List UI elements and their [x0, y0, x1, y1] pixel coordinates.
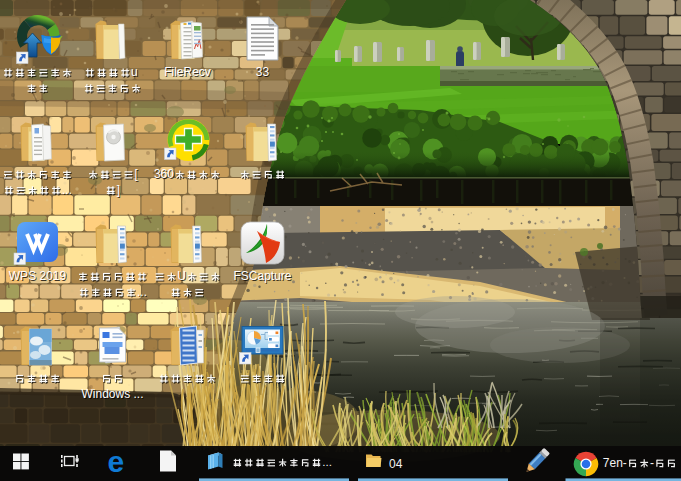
svg-text:...: ... [137, 285, 147, 299]
svg-text:33: 33 [256, 65, 270, 79]
svg-text:04: 04 [389, 457, 403, 471]
svg-text:-: - [650, 456, 654, 470]
svg-text:...: ... [322, 455, 332, 468]
svg-text:FSCapture: FSCapture [234, 269, 292, 283]
svg-text:U: U [177, 269, 186, 283]
svg-text:e: e [108, 445, 125, 478]
svg-text:...: ... [62, 183, 72, 197]
svg-text:7en-: 7en- [603, 456, 627, 470]
svg-text:FileRecv: FileRecv [164, 65, 211, 79]
svg-text:]: ] [117, 183, 120, 197]
svg-text:u: u [131, 65, 138, 79]
svg-text:WPS 2019: WPS 2019 [9, 269, 67, 283]
svg-text:360: 360 [154, 167, 174, 181]
svg-text:Windows ...: Windows ... [82, 387, 144, 401]
